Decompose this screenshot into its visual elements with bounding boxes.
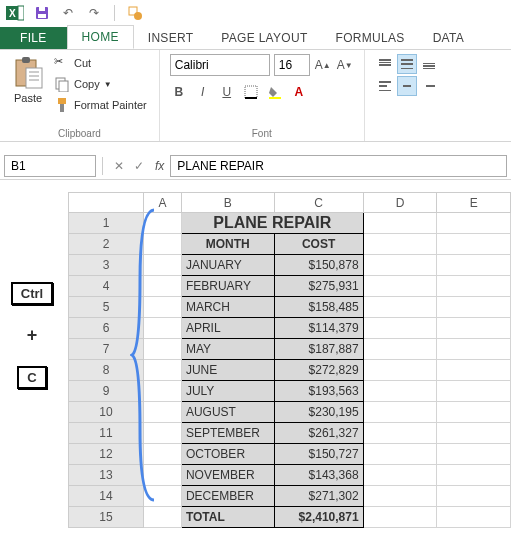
- cell[interactable]: TOTAL: [181, 507, 274, 528]
- cell[interactable]: [143, 213, 181, 234]
- col-header[interactable]: E: [437, 193, 511, 213]
- cell[interactable]: MAY: [181, 339, 274, 360]
- cell[interactable]: [437, 318, 511, 339]
- cell[interactable]: $271,302: [274, 486, 363, 507]
- cell[interactable]: $2,410,871: [274, 507, 363, 528]
- cell[interactable]: COST: [274, 234, 363, 255]
- row-header[interactable]: 12: [69, 444, 144, 465]
- spreadsheet-grid[interactable]: A B C D E 1PLANE REPAIR2MONTHCOST3JANUAR…: [68, 192, 511, 528]
- cut-button[interactable]: ✂ Cut: [52, 54, 149, 72]
- cell[interactable]: APRIL: [181, 318, 274, 339]
- fill-color-button[interactable]: [266, 82, 284, 102]
- cell[interactable]: $143,368: [274, 465, 363, 486]
- cell[interactable]: [363, 507, 437, 528]
- align-bottom-button[interactable]: [419, 54, 439, 74]
- font-color-button[interactable]: A: [290, 82, 308, 102]
- cell[interactable]: [437, 486, 511, 507]
- cell[interactable]: [363, 234, 437, 255]
- cell[interactable]: [363, 486, 437, 507]
- cell[interactable]: [143, 276, 181, 297]
- cell[interactable]: OCTOBER: [181, 444, 274, 465]
- name-box[interactable]: [4, 155, 96, 177]
- cell[interactable]: [363, 360, 437, 381]
- cell[interactable]: [363, 465, 437, 486]
- tab-file[interactable]: FILE: [0, 27, 67, 49]
- row-header[interactable]: 8: [69, 360, 144, 381]
- paste-button[interactable]: Paste: [10, 54, 46, 106]
- cell[interactable]: [143, 381, 181, 402]
- cell[interactable]: [143, 297, 181, 318]
- cell[interactable]: [143, 465, 181, 486]
- cell[interactable]: [437, 234, 511, 255]
- row-header[interactable]: 1: [69, 213, 144, 234]
- align-top-button[interactable]: [375, 54, 395, 74]
- row-header[interactable]: 13: [69, 465, 144, 486]
- copy-button[interactable]: Copy ▼: [52, 75, 149, 93]
- cell[interactable]: [363, 276, 437, 297]
- cell[interactable]: [437, 381, 511, 402]
- row-header[interactable]: 5: [69, 297, 144, 318]
- tab-data[interactable]: DATA: [419, 27, 478, 49]
- col-header[interactable]: B: [181, 193, 274, 213]
- cell[interactable]: [143, 423, 181, 444]
- cell[interactable]: [363, 339, 437, 360]
- underline-button[interactable]: U: [218, 82, 236, 102]
- cell[interactable]: $230,195: [274, 402, 363, 423]
- cell[interactable]: [143, 234, 181, 255]
- undo-icon[interactable]: ↶: [60, 5, 76, 21]
- bold-button[interactable]: B: [170, 82, 188, 102]
- border-button[interactable]: [242, 82, 260, 102]
- cell[interactable]: [143, 318, 181, 339]
- save-icon[interactable]: [34, 5, 50, 21]
- cell[interactable]: [363, 381, 437, 402]
- align-center-button[interactable]: [397, 76, 417, 96]
- cell[interactable]: [437, 255, 511, 276]
- cell[interactable]: [437, 444, 511, 465]
- cell[interactable]: [437, 465, 511, 486]
- row-header[interactable]: 14: [69, 486, 144, 507]
- row-header[interactable]: 6: [69, 318, 144, 339]
- row-header[interactable]: 9: [69, 381, 144, 402]
- col-header[interactable]: A: [143, 193, 181, 213]
- tab-insert[interactable]: INSERT: [134, 27, 208, 49]
- cell[interactable]: JULY: [181, 381, 274, 402]
- row-header[interactable]: 2: [69, 234, 144, 255]
- font-name-input[interactable]: [170, 54, 270, 76]
- fx-icon[interactable]: fx: [155, 159, 164, 173]
- align-middle-button[interactable]: [397, 54, 417, 74]
- enter-formula-icon[interactable]: ✓: [129, 159, 149, 173]
- cell[interactable]: [363, 318, 437, 339]
- cell[interactable]: [143, 360, 181, 381]
- cell[interactable]: [437, 423, 511, 444]
- cell[interactable]: $272,829: [274, 360, 363, 381]
- tab-pagelayout[interactable]: PAGE LAYOUT: [207, 27, 321, 49]
- cell[interactable]: [437, 297, 511, 318]
- select-all-corner[interactable]: [69, 193, 144, 213]
- cell[interactable]: [363, 297, 437, 318]
- cell[interactable]: JUNE: [181, 360, 274, 381]
- cell[interactable]: $114,379: [274, 318, 363, 339]
- increase-font-icon[interactable]: A▲: [314, 55, 332, 75]
- cell[interactable]: [143, 339, 181, 360]
- format-painter-button[interactable]: Format Painter: [52, 96, 149, 114]
- cell[interactable]: [143, 486, 181, 507]
- cell[interactable]: $275,931: [274, 276, 363, 297]
- cell[interactable]: SEPTEMBER: [181, 423, 274, 444]
- cell[interactable]: [437, 360, 511, 381]
- row-header[interactable]: 11: [69, 423, 144, 444]
- cell[interactable]: [437, 402, 511, 423]
- cell[interactable]: DECEMBER: [181, 486, 274, 507]
- row-header[interactable]: 10: [69, 402, 144, 423]
- tab-formulas[interactable]: FORMULAS: [322, 27, 419, 49]
- cell[interactable]: [363, 402, 437, 423]
- cell[interactable]: AUGUST: [181, 402, 274, 423]
- col-header[interactable]: D: [363, 193, 437, 213]
- cell[interactable]: JANUARY: [181, 255, 274, 276]
- decrease-font-icon[interactable]: A▼: [336, 55, 354, 75]
- cell[interactable]: [143, 402, 181, 423]
- col-header[interactable]: C: [274, 193, 363, 213]
- cell[interactable]: [143, 507, 181, 528]
- cell[interactable]: $150,727: [274, 444, 363, 465]
- row-header[interactable]: 15: [69, 507, 144, 528]
- cell[interactable]: FEBRUARY: [181, 276, 274, 297]
